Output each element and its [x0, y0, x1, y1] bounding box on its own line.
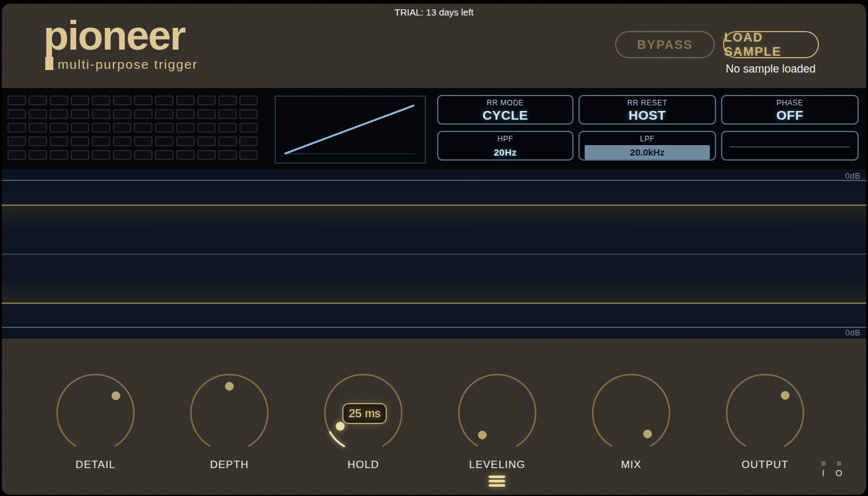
rr-mode-button[interactable]: RR MODE CYCLE — [437, 95, 574, 125]
pad-cell[interactable] — [197, 95, 216, 105]
pad-cell[interactable] — [92, 136, 110, 146]
bypass-button[interactable]: BYPASS — [615, 31, 715, 58]
pad-cell[interactable] — [71, 150, 89, 160]
zero-db-line-bottom — [2, 327, 866, 328]
pad-cell[interactable] — [239, 150, 258, 160]
pad-cell[interactable] — [239, 136, 258, 146]
pad-cell[interactable] — [239, 95, 258, 105]
hpf-button[interactable]: HPF 20Hz — [437, 131, 574, 161]
pad-cell[interactable] — [197, 109, 216, 119]
threshold-line-bottom[interactable] — [2, 303, 866, 304]
pad-cell[interactable] — [134, 95, 153, 105]
pad-cell[interactable] — [7, 136, 26, 146]
threshold-line-top[interactable] — [2, 205, 866, 206]
hamburger-bar — [489, 484, 505, 487]
input-meter-toggle[interactable]: I — [815, 461, 831, 478]
pad-cell[interactable] — [155, 150, 174, 160]
pad-cell[interactable] — [176, 95, 195, 105]
mix-knob[interactable] — [585, 366, 678, 459]
knob-indicator-dot — [225, 382, 234, 391]
pad-cell[interactable] — [239, 123, 258, 133]
detail-knob[interactable] — [49, 366, 142, 459]
knob-indicator-dot — [478, 431, 487, 440]
pad-cell[interactable] — [134, 150, 153, 160]
db-label-bottom: 0dB — [845, 328, 861, 337]
menu-hamburger-icon[interactable] — [489, 476, 505, 487]
pad-cell[interactable] — [218, 150, 237, 160]
pad-cell[interactable] — [134, 109, 153, 119]
hamburger-bar — [489, 480, 505, 482]
logo-tagline: multi-purpose trigger — [58, 57, 198, 72]
pad-cell[interactable] — [29, 150, 47, 160]
pad-cell[interactable] — [113, 123, 131, 133]
pad-cell[interactable] — [197, 123, 216, 133]
pad-cell[interactable] — [113, 150, 131, 160]
pad-cell[interactable] — [239, 109, 258, 119]
pad-cell[interactable] — [218, 95, 237, 105]
graph-curve-line — [285, 105, 414, 154]
pad-cell[interactable] — [29, 123, 47, 133]
pad-cell[interactable] — [50, 136, 68, 146]
pad-cell[interactable] — [7, 95, 26, 105]
output-meter-toggle[interactable]: O — [831, 461, 847, 478]
depth-knob[interactable] — [183, 366, 276, 459]
load-sample-button[interactable]: LOAD SAMPLE — [723, 31, 819, 58]
pad-cell[interactable] — [92, 150, 110, 160]
pad-cell[interactable] — [134, 136, 153, 146]
pad-cell[interactable] — [176, 109, 195, 119]
spare-slot-button[interactable] — [721, 131, 859, 161]
pad-cell[interactable] — [218, 136, 237, 146]
pad-cell[interactable] — [113, 136, 131, 146]
pad-cell[interactable] — [197, 136, 216, 146]
pad-cell[interactable] — [50, 95, 68, 105]
output-knob[interactable] — [719, 366, 812, 459]
hpf-label: HPF — [438, 135, 572, 143]
knob-indicator-dot — [643, 430, 652, 438]
input-meter-led — [822, 461, 826, 466]
pad-cell[interactable] — [7, 109, 26, 119]
pad-cell[interactable] — [113, 95, 131, 105]
pad-cell[interactable] — [29, 95, 47, 105]
pad-cell[interactable] — [218, 123, 237, 133]
pad-cell[interactable] — [71, 109, 89, 119]
pad-cell[interactable] — [50, 123, 68, 133]
leveling-knob-label: LEVELING — [451, 459, 544, 471]
pad-cell[interactable] — [218, 109, 237, 119]
pad-cell[interactable] — [92, 123, 110, 133]
leveling-knob[interactable] — [451, 366, 544, 459]
hold-knob-label: HOLD — [317, 459, 410, 471]
rr-reset-button[interactable]: RR RESET HOST — [578, 95, 716, 125]
pad-cell[interactable] — [155, 95, 174, 105]
pad-cell[interactable] — [197, 150, 216, 160]
threshold-shade-bottom — [2, 280, 866, 303]
pad-cell[interactable] — [71, 123, 89, 133]
waveform-divider — [2, 254, 866, 255]
pad-cell[interactable] — [92, 109, 110, 119]
pad-cell[interactable] — [50, 150, 68, 160]
pad-cell[interactable] — [29, 136, 47, 146]
pad-cell[interactable] — [155, 123, 174, 133]
spare-slot-line — [730, 146, 850, 148]
rr-mode-label: RR MODE — [438, 99, 572, 107]
pad-cell[interactable] — [71, 136, 89, 146]
pad-cell[interactable] — [176, 123, 195, 133]
pad-cell[interactable] — [71, 95, 89, 105]
pad-cell[interactable] — [7, 150, 26, 160]
pad-cell[interactable] — [7, 123, 26, 133]
pad-cell[interactable] — [29, 109, 47, 119]
output-meter-led — [837, 461, 841, 466]
lpf-label: LPF — [580, 135, 715, 143]
lpf-button[interactable]: LPF 20.0kHz — [578, 131, 716, 161]
pad-cell[interactable] — [134, 123, 153, 133]
pad-cell[interactable] — [113, 109, 131, 119]
output-meter-label: O — [831, 468, 847, 478]
pad-cell[interactable] — [92, 95, 110, 105]
velocity-curve-display[interactable] — [275, 95, 426, 164]
pad-cell[interactable] — [50, 109, 68, 119]
pad-cell[interactable] — [155, 136, 174, 146]
phase-button[interactable]: PHASE OFF — [721, 95, 859, 125]
pad-cell[interactable] — [155, 109, 174, 119]
hold-value-tooltip: 25 ms — [342, 403, 387, 424]
pad-cell[interactable] — [176, 150, 195, 160]
pad-cell[interactable] — [176, 136, 195, 146]
